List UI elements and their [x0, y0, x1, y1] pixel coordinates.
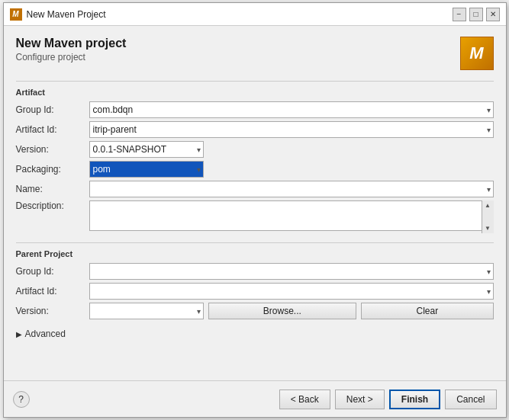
parent-version-select[interactable] [89, 303, 204, 319]
packaging-select[interactable]: jar pom war ear [89, 161, 204, 178]
parent-artifact-id-wrapper [89, 283, 494, 300]
description-scrollbar: ▲ ▼ [482, 200, 494, 233]
close-button[interactable]: ✕ [486, 8, 500, 21]
parent-project-label: Parent Project [16, 249, 494, 258]
version-label: Version: [16, 144, 85, 155]
bottom-bar: ? < Back Next > Finish Cancel [4, 380, 506, 417]
parent-artifact-id-label: Artifact Id: [16, 286, 85, 297]
dialog-header-left: New Maven project Configure project [16, 37, 127, 63]
version-select[interactable]: 0.0.1-SNAPSHOT [89, 141, 204, 158]
name-select[interactable] [89, 181, 494, 197]
parent-version-select-wrapper [89, 303, 204, 319]
title-bar: M New Maven Project − □ ✕ [4, 3, 506, 26]
title-bar-controls: − □ ✕ [453, 8, 500, 21]
packaging-label: Packaging: [16, 164, 85, 175]
parent-version-row: Version: Browse... Clear [16, 303, 494, 319]
title-bar-left: M New Maven Project [10, 8, 106, 21]
description-label: Description: [16, 200, 85, 211]
spacer [16, 345, 494, 374]
parent-artifact-id-select[interactable] [89, 283, 494, 300]
cancel-button[interactable]: Cancel [445, 390, 496, 409]
browse-button[interactable]: Browse... [208, 303, 357, 319]
dialog-header: New Maven project Configure project M [16, 37, 494, 70]
scroll-down-icon[interactable]: ▼ [485, 225, 491, 232]
advanced-expand-icon: ▶ [16, 330, 22, 338]
name-label: Name: [16, 184, 85, 194]
finish-button[interactable]: Finish [389, 390, 440, 409]
parent-group-id-row: Group Id: [16, 263, 494, 280]
next-button[interactable]: Next > [335, 390, 385, 409]
artifact-id-row: Artifact Id: itrip-parent [16, 121, 494, 138]
advanced-row[interactable]: ▶ Advanced [16, 329, 494, 339]
artifact-id-label: Artifact Id: [16, 124, 85, 135]
window: M New Maven Project − □ ✕ New Maven proj… [3, 2, 507, 418]
name-row: Name: [16, 181, 494, 197]
version-row: Version: 0.0.1-SNAPSHOT [16, 141, 494, 158]
parent-separator [16, 242, 494, 243]
back-button[interactable]: < Back [279, 390, 330, 409]
artifact-id-select[interactable]: itrip-parent [89, 121, 494, 138]
bottom-left: ? [13, 391, 30, 408]
group-id-row: Group Id: com.bdqn [16, 101, 494, 118]
description-textarea[interactable] [89, 200, 494, 231]
help-button[interactable]: ? [13, 391, 30, 408]
maven-icon: M [10, 8, 22, 21]
description-row: Description: ▲ ▼ [16, 200, 494, 233]
parent-group-id-select[interactable] [89, 263, 494, 280]
artifact-section-label: Artifact [16, 88, 494, 97]
group-id-select[interactable]: com.bdqn [89, 101, 494, 118]
maximize-button[interactable]: □ [469, 8, 483, 21]
title-bar-title: New Maven Project [27, 9, 106, 20]
artifact-id-select-wrapper: itrip-parent [89, 121, 494, 138]
packaging-select-wrapper: jar pom war ear [89, 161, 204, 178]
dialog-subtitle: Configure project [16, 52, 127, 63]
name-select-wrapper [89, 181, 494, 197]
scroll-up-icon[interactable]: ▲ [485, 202, 491, 209]
group-id-select-wrapper: com.bdqn [89, 101, 494, 118]
version-select-wrapper: 0.0.1-SNAPSHOT [89, 141, 204, 158]
parent-artifact-id-row: Artifact Id: [16, 283, 494, 300]
minimize-button[interactable]: − [453, 8, 466, 21]
content-area: New Maven project Configure project M Ar… [4, 26, 506, 380]
parent-version-label: Version: [16, 306, 85, 316]
parent-group-id-wrapper [89, 263, 494, 280]
bottom-right: < Back Next > Finish Cancel [279, 390, 497, 409]
clear-button[interactable]: Clear [361, 303, 493, 319]
dialog-title: New Maven project [16, 37, 127, 50]
dialog-maven-icon: M [460, 37, 494, 70]
packaging-row: Packaging: jar pom war ear [16, 161, 494, 178]
parent-group-id-label: Group Id: [16, 266, 85, 277]
group-id-label: Group Id: [16, 104, 85, 115]
advanced-label: Advanced [25, 329, 66, 339]
description-textarea-wrapper: ▲ ▼ [89, 200, 494, 233]
header-separator [16, 81, 494, 82]
